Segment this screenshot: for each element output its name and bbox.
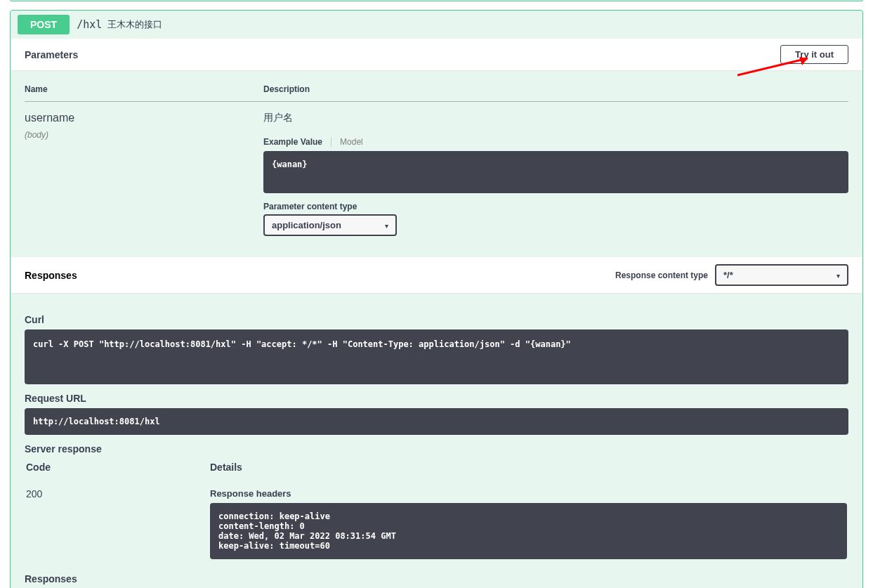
responses-label-bottom: Responses bbox=[25, 573, 848, 584]
response-code: 200 bbox=[26, 484, 209, 559]
responses-title: Responses bbox=[25, 270, 77, 281]
request-url-block[interactable]: http://localhost:8081/hxl bbox=[25, 408, 848, 435]
method-badge: POST bbox=[18, 15, 70, 34]
response-row: 200 Response headers connection: keep-al… bbox=[26, 484, 847, 559]
curl-block[interactable]: curl -X POST "http://localhost:8081/hxl"… bbox=[25, 329, 848, 384]
response-content-type-label: Response content type bbox=[615, 270, 708, 280]
parameters-title: Parameters bbox=[25, 49, 78, 60]
parameter-content-type-select[interactable]: application/json bbox=[263, 214, 397, 236]
column-code: Code bbox=[26, 462, 209, 483]
tab-example-value[interactable]: Example Value bbox=[263, 137, 322, 147]
parameter-name: username bbox=[25, 112, 263, 124]
endpoint-collapsed-prev bbox=[10, 0, 863, 1]
responses-body: Curl curl -X POST "http://localhost:8081… bbox=[11, 293, 862, 588]
column-description: Description bbox=[263, 77, 848, 102]
parameter-row: username (body) 用户名 Example Value Model … bbox=[25, 102, 848, 237]
request-url-label: Request URL bbox=[25, 393, 848, 404]
parameters-body: Name Description username (body) 用户名 bbox=[11, 70, 862, 257]
endpoint-panel: POST /hxl 王木木的接口 Parameters Try it out N… bbox=[10, 10, 863, 588]
response-content-type-select[interactable]: */* bbox=[715, 264, 848, 286]
column-name: Name bbox=[25, 77, 263, 102]
example-model-tabs: Example Value Model bbox=[263, 137, 848, 147]
parameters-header: Parameters Try it out bbox=[11, 39, 862, 70]
parameter-description: 用户名 bbox=[263, 112, 848, 124]
column-details: Details bbox=[210, 462, 847, 483]
response-headers-block[interactable]: connection: keep-alive content-length: 0… bbox=[210, 503, 847, 559]
server-response-label: Server response bbox=[25, 443, 848, 455]
endpoint-header[interactable]: POST /hxl 王木木的接口 bbox=[11, 11, 862, 39]
parameter-content-type-label: Parameter content type bbox=[263, 202, 848, 211]
example-value-block[interactable]: {wanan} bbox=[263, 151, 848, 193]
parameter-in: (body) bbox=[25, 130, 263, 140]
endpoint-description: 王木木的接口 bbox=[107, 18, 162, 31]
try-it-out-button[interactable]: Try it out bbox=[780, 45, 848, 64]
tab-model[interactable]: Model bbox=[331, 137, 363, 147]
responses-header: Responses Response content type */* ▾ bbox=[11, 257, 862, 293]
endpoint-path: /hxl bbox=[77, 18, 102, 31]
curl-label: Curl bbox=[25, 314, 848, 325]
response-headers-label: Response headers bbox=[210, 488, 847, 499]
